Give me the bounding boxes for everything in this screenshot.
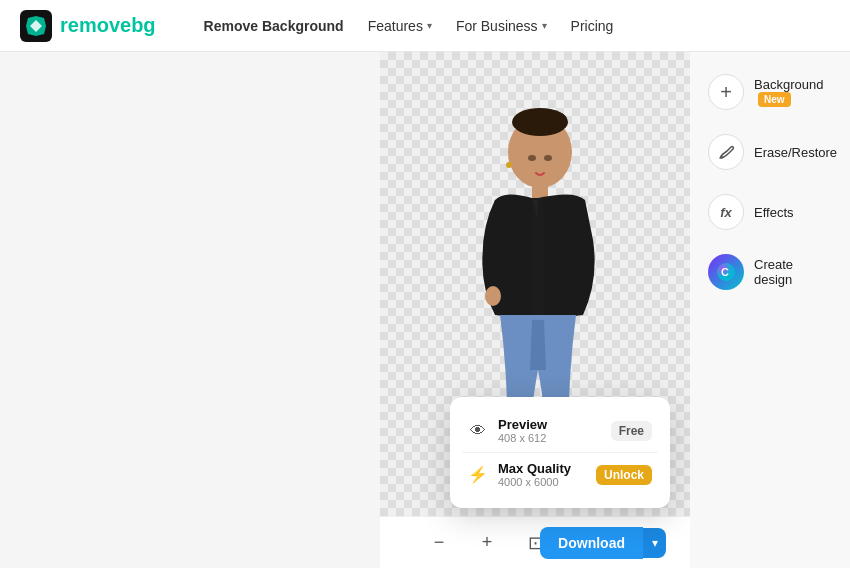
right-panel: + Background New Erase/Restore fx Effect… xyxy=(690,52,850,568)
download-group: Download ▾ xyxy=(540,527,666,559)
logo[interactable]: removebg xyxy=(20,10,156,42)
download-popup: 👁 Preview 408 x 612 Free ⚡ Max Quality 4… xyxy=(450,397,670,508)
tool-item-create-design[interactable]: C Create design xyxy=(700,244,840,300)
chevron-down-icon: ▾ xyxy=(652,536,658,550)
bolt-icon: ⚡ xyxy=(468,465,488,484)
popup-maxquality-row[interactable]: ⚡ Max Quality 4000 x 6000 Unlock xyxy=(462,452,658,496)
plus-icon: + xyxy=(708,74,744,110)
download-button[interactable]: Download xyxy=(540,527,643,559)
bottom-toolbar: − + ⊡ ↩ ↪ Download ▾ xyxy=(380,516,690,568)
popup-maxquality-info: Max Quality 4000 x 6000 xyxy=(498,461,586,488)
nav-item-for-business[interactable]: For Business ▾ xyxy=(446,12,557,40)
popup-preview-info: Preview 408 x 612 xyxy=(498,417,601,444)
erase-restore-label: Erase/Restore xyxy=(754,145,837,160)
download-arrow-button[interactable]: ▾ xyxy=(643,528,666,558)
create-design-label: Create design xyxy=(754,257,832,287)
left-panel xyxy=(0,52,380,568)
zoom-in-button[interactable]: + xyxy=(471,527,503,559)
preview-label: Preview xyxy=(498,417,601,432)
svg-text:C: C xyxy=(721,266,729,278)
chevron-down-icon: ▾ xyxy=(542,20,547,31)
nav-item-remove-background[interactable]: Remove Background xyxy=(194,12,354,40)
svg-point-7 xyxy=(528,155,536,161)
navbar: removebg Remove Background Features ▾ Fo… xyxy=(0,0,850,52)
fx-icon: fx xyxy=(708,194,744,230)
svg-point-8 xyxy=(544,155,552,161)
effects-label: Effects xyxy=(754,205,794,220)
main-content: 👁 Preview 408 x 612 Free ⚡ Max Quality 4… xyxy=(0,52,850,568)
background-label: Background xyxy=(754,77,823,92)
zoom-out-button[interactable]: − xyxy=(423,527,455,559)
nav-links: Remove Background Features ▾ For Busines… xyxy=(194,12,830,40)
nav-item-pricing[interactable]: Pricing xyxy=(561,12,624,40)
background-label-row: Background New xyxy=(754,77,832,107)
canva-icon: C xyxy=(708,254,744,290)
free-badge: Free xyxy=(611,421,652,441)
image-area: 👁 Preview 408 x 612 Free ⚡ Max Quality 4… xyxy=(380,52,690,568)
popup-preview-row[interactable]: 👁 Preview 408 x 612 Free xyxy=(462,409,658,452)
nav-item-features[interactable]: Features ▾ xyxy=(358,12,442,40)
tool-item-background[interactable]: + Background New xyxy=(700,64,840,120)
chevron-down-icon: ▾ xyxy=(427,20,432,31)
unlock-badge: Unlock xyxy=(596,465,652,485)
logo-icon xyxy=(20,10,52,42)
svg-point-9 xyxy=(506,162,512,168)
logo-text: removebg xyxy=(60,14,156,37)
tool-item-effects[interactable]: fx Effects xyxy=(700,184,840,240)
brush-icon xyxy=(708,134,744,170)
max-quality-size: 4000 x 6000 xyxy=(498,476,586,488)
eye-icon: 👁 xyxy=(468,422,488,440)
max-quality-label: Max Quality xyxy=(498,461,586,476)
preview-size: 408 x 612 xyxy=(498,432,601,444)
tool-item-erase-restore[interactable]: Erase/Restore xyxy=(700,124,840,180)
svg-point-6 xyxy=(485,286,501,306)
svg-point-3 xyxy=(539,111,567,129)
new-badge: New xyxy=(758,92,791,107)
